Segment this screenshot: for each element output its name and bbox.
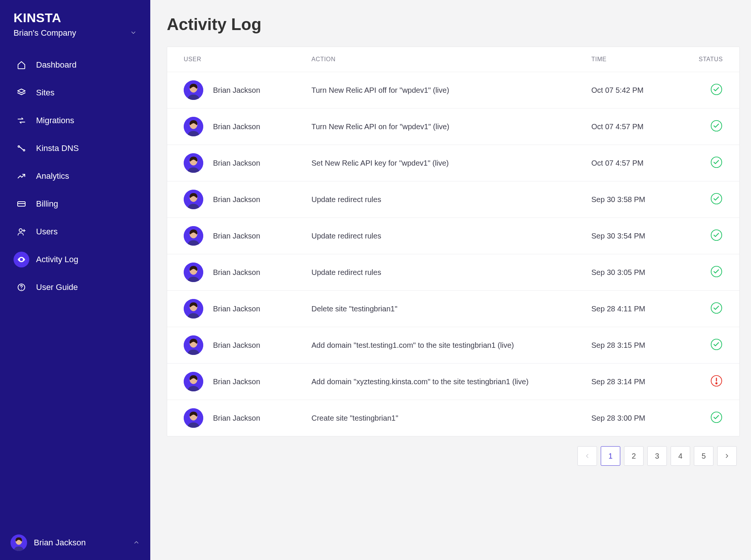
cell-action: Update redirect rules [311, 195, 591, 204]
cell-status [685, 156, 723, 171]
svg-point-31 [716, 382, 717, 384]
user-name: Brian Jackson [213, 195, 260, 204]
svg-marker-0 [18, 89, 25, 93]
user-name: Brian Jackson [213, 377, 260, 386]
sidebar-item-analytics[interactable]: Analytics [7, 163, 144, 190]
avatar [184, 226, 203, 246]
cell-time: Sep 28 3:14 PM [591, 377, 685, 386]
page-number[interactable]: 2 [624, 446, 644, 466]
sidebar-item-label: Analytics [36, 171, 69, 181]
avatar [184, 408, 203, 428]
brand-logo: KINSTA [0, 11, 150, 28]
cell-time: Sep 30 3:54 PM [591, 232, 685, 240]
cell-time: Sep 30 3:05 PM [591, 268, 685, 277]
current-user-name: Brian Jackson [34, 538, 86, 548]
cell-time: Sep 28 3:00 PM [591, 414, 685, 423]
page-next[interactable] [717, 446, 737, 466]
chevron-down-icon [130, 29, 137, 37]
table-row: Brian JacksonAdd domain "xyztesting.kins… [167, 364, 739, 400]
avatar [184, 153, 203, 173]
cell-status [685, 338, 723, 353]
sidebar-item-users[interactable]: Users [7, 218, 144, 245]
avatar [184, 117, 203, 136]
cell-action: Create site "testingbrian1" [311, 414, 591, 423]
cell-user: Brian Jackson [184, 226, 311, 246]
cell-status [685, 192, 723, 207]
success-icon [710, 192, 723, 207]
table-header: USER ACTION TIME STATUS [167, 47, 739, 72]
cell-user: Brian Jackson [184, 190, 311, 209]
main-content: Activity Log USER ACTION TIME STATUS Bri… [150, 0, 751, 560]
cell-action: Delete site "testingbrian1" [311, 305, 591, 313]
svg-point-5 [19, 229, 22, 232]
table-row: Brian JacksonUpdate redirect rulesSep 30… [167, 254, 739, 291]
success-icon [710, 338, 723, 353]
pagination: 12345 [167, 446, 740, 466]
cell-user: Brian Jackson [184, 153, 311, 173]
user-name: Brian Jackson [213, 122, 260, 131]
cell-time: Sep 28 3:15 PM [591, 341, 685, 350]
cell-action: Add domain "test.testing1.com" to the si… [311, 341, 591, 350]
svg-point-8 [21, 259, 22, 260]
sidebar-item-sites[interactable]: Sites [7, 79, 144, 106]
sidebar-item-dns[interactable]: Kinsta DNS [7, 135, 144, 162]
cell-time: Sep 28 4:11 PM [591, 305, 685, 313]
user-plus-icon [14, 224, 29, 240]
company-selector[interactable]: Brian's Company [0, 28, 150, 51]
sidebar-item-dashboard[interactable]: Dashboard [7, 51, 144, 78]
page-number[interactable]: 3 [647, 446, 667, 466]
success-icon [710, 411, 723, 426]
cell-status [685, 265, 723, 280]
cell-action: Update redirect rules [311, 268, 591, 277]
table-row: Brian JacksonUpdate redirect rulesSep 30… [167, 218, 739, 254]
user-name: Brian Jackson [213, 232, 260, 240]
success-icon [710, 83, 723, 98]
cell-user: Brian Jackson [184, 80, 311, 100]
page-number[interactable]: 4 [671, 446, 690, 466]
avatar [184, 80, 203, 100]
sidebar-item-user-guide[interactable]: User Guide [7, 274, 144, 301]
sidebar-item-billing[interactable]: Billing [7, 190, 144, 217]
cell-action: Set New Relic API key for "wpdev1" (live… [311, 159, 591, 168]
cell-status [685, 302, 723, 316]
user-name: Brian Jackson [213, 268, 260, 277]
sidebar-item-activity-log[interactable]: Activity Log [7, 246, 144, 273]
page-number[interactable]: 1 [601, 446, 620, 466]
cell-status [685, 83, 723, 98]
avatar [184, 263, 203, 282]
page-number[interactable]: 5 [694, 446, 713, 466]
table-row: Brian JacksonTurn New Relic API off for … [167, 72, 739, 109]
sidebar-item-migrations[interactable]: Migrations [7, 107, 144, 134]
table-row: Brian JacksonTurn New Relic API on for "… [167, 109, 739, 145]
avatar [184, 299, 203, 318]
success-icon [710, 156, 723, 171]
cell-time: Oct 07 5:42 PM [591, 86, 685, 95]
user-name: Brian Jackson [213, 305, 260, 313]
sidebar-item-label: User Guide [36, 282, 78, 292]
sidebar: KINSTA Brian's Company Dashboard Sites [0, 0, 150, 560]
table-row: Brian JacksonCreate site "testingbrian1"… [167, 400, 739, 436]
activity-log-table: USER ACTION TIME STATUS Brian JacksonTur… [167, 47, 740, 436]
cell-time: Oct 07 4:57 PM [591, 122, 685, 131]
migrate-icon [14, 113, 29, 128]
column-header-time: TIME [591, 56, 685, 63]
layers-icon [14, 85, 29, 101]
brand-text: KINSTA [14, 11, 137, 25]
page-prev[interactable] [577, 446, 597, 466]
sidebar-nav: Dashboard Sites Migrations Kinsta DNS [0, 51, 150, 528]
cell-action: Add domain "xyztesting.kinsta.com" to th… [311, 377, 591, 386]
sidebar-item-label: Kinsta DNS [36, 143, 79, 153]
user-menu[interactable]: Brian Jackson [0, 528, 150, 551]
table-row: Brian JacksonUpdate redirect rulesSep 30… [167, 181, 739, 218]
success-icon [710, 302, 723, 316]
cell-user: Brian Jackson [184, 299, 311, 318]
table-row: Brian JacksonAdd domain "test.testing1.c… [167, 327, 739, 364]
success-icon [710, 229, 723, 243]
cell-action: Turn New Relic API off for "wpdev1" (liv… [311, 86, 591, 95]
cell-action: Turn New Relic API on for "wpdev1" (live… [311, 122, 591, 131]
cell-time: Sep 30 3:58 PM [591, 195, 685, 204]
sidebar-item-label: Billing [36, 199, 58, 209]
eye-icon [14, 252, 29, 267]
cell-user: Brian Jackson [184, 372, 311, 391]
cell-status [685, 119, 723, 134]
